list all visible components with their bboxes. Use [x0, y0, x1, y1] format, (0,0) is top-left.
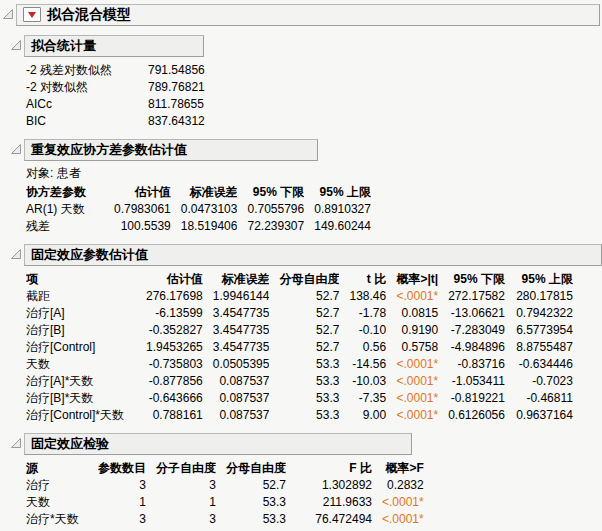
report-title: 拟合混合模型: [47, 7, 131, 22]
column-header: 分子自由度: [146, 460, 216, 477]
cell-value: 272.17582: [438, 288, 505, 305]
cell-value: -0.735803: [136, 356, 203, 373]
cell-value: -6.13599: [136, 305, 203, 322]
fit-statistics-table: -2 残差对数似然791.54856-2 对数似然789.76821AICc81…: [26, 62, 224, 130]
table-row: 天数-0.7358030.050539553.3-14.56<.0001*-0.…: [26, 356, 573, 373]
cell-value: 837.64312: [134, 113, 224, 130]
fit-statistics-body: -2 残差对数似然791.54856-2 对数似然789.76821AICc81…: [26, 62, 602, 130]
cell-value: 53.3: [269, 356, 339, 373]
cell-value: <.0001*: [386, 356, 438, 373]
disclosure-triangle-icon[interactable]: [10, 143, 22, 155]
red-triangle-menu-button[interactable]: [23, 7, 41, 22]
column-header: 95% 下限: [438, 271, 505, 288]
table-row: 治疗[B]*天数-0.6436660.08753753.3-7.35<.0001…: [26, 390, 573, 407]
disclosure-triangle-icon[interactable]: [10, 39, 22, 51]
cell-value: -7.283049: [438, 322, 505, 339]
section-header-row: 拟合统计量: [10, 35, 602, 57]
row-label: 治疗[Control]: [26, 339, 136, 356]
cell-value: 3: [146, 511, 216, 528]
cell-value: -13.06621: [438, 305, 505, 322]
section-header-row: 固定效应参数估计值: [10, 244, 602, 266]
cell-value: 0.788161: [136, 407, 203, 424]
cell-value: 0.5758: [386, 339, 438, 356]
cell-value: 52.7: [269, 322, 339, 339]
cell-value: 0.7055796: [237, 201, 304, 218]
cell-value: -0.83716: [438, 356, 505, 373]
section-title-repeated-covariance[interactable]: 重复效应协方差参数估计值: [24, 139, 318, 161]
row-label: 治疗[Control]*天数: [26, 407, 136, 424]
table-row: AR(1) 天数0.79830610.04731030.70557960.891…: [26, 201, 371, 218]
cell-value: 52.7: [269, 305, 339, 322]
table-row: 治疗[B]-0.3528273.454773552.7-0.100.9190-7…: [26, 322, 573, 339]
table-row: 治疗[Control]1.94532653.454773552.70.560.5…: [26, 339, 573, 356]
cell-value: 53.3: [269, 373, 339, 390]
row-label: 治疗: [26, 477, 88, 494]
section-header-row: 重复效应协方差参数估计值: [10, 139, 602, 161]
table-row: -2 对数似然789.76821: [26, 79, 224, 96]
row-label: 治疗*天数: [26, 511, 88, 528]
table-header-row: 源参数数目分子自由度分母自由度F 比概率>F: [26, 460, 424, 477]
section-title-label: 拟合统计量: [31, 38, 96, 53]
table-row: 治疗[A]-6.135993.454773552.7-1.780.0815-13…: [26, 305, 573, 322]
table-row: 天数1153.3211.9633<.0001*: [26, 494, 424, 511]
report-title-row: 拟合混合模型: [2, 4, 602, 26]
row-label: 截距: [26, 288, 136, 305]
section-title-fixed-tests[interactable]: 固定效应检验: [24, 433, 412, 455]
repeated-covariance-body: 对象: 患者 协方差参数估计值标准误差95% 下限95% 上限AR(1) 天数0…: [26, 166, 602, 235]
cell-value: 789.76821: [134, 79, 224, 96]
column-header: 源: [26, 460, 88, 477]
cell-value: -0.643666: [136, 390, 203, 407]
cell-value: 53.3: [269, 407, 339, 424]
disclosure-triangle-icon[interactable]: [10, 437, 22, 449]
section-repeated-covariance: 重复效应协方差参数估计值 对象: 患者 协方差参数估计值标准误差95% 下限95…: [10, 139, 602, 235]
cell-value: -0.10: [339, 322, 386, 339]
cell-value: 53.3: [216, 494, 286, 511]
table-row: 残差100.553918.51940672.239307149.60244: [26, 218, 371, 235]
cell-value: 76.472494: [286, 511, 372, 528]
cell-value: 3: [146, 477, 216, 494]
disclosure-triangle-icon[interactable]: [10, 248, 22, 260]
column-header: 协方差参数: [26, 184, 104, 201]
row-label: -2 残差对数似然: [26, 62, 134, 79]
covariance-parameters-table: 协方差参数估计值标准误差95% 下限95% 上限AR(1) 天数0.798306…: [26, 184, 371, 235]
table-row: 截距276.176981.994614452.7138.46<.0001*272…: [26, 288, 573, 305]
cell-value: 0.7983061: [104, 201, 171, 218]
table-row: 治疗3352.71.3028920.2832: [26, 477, 424, 494]
column-header: 估计值: [104, 184, 171, 201]
cell-value: -0.7023: [505, 373, 573, 390]
cell-value: 3: [88, 477, 146, 494]
disclosure-triangle-icon[interactable]: [2, 8, 14, 20]
cell-value: 791.54856: [134, 62, 224, 79]
section-title-label: 固定效应检验: [31, 436, 109, 451]
table-row: BIC837.64312: [26, 113, 224, 130]
cell-value: -7.35: [339, 390, 386, 407]
row-label: 治疗[A]*天数: [26, 373, 136, 390]
cell-value: 0.6126056: [438, 407, 505, 424]
section-title-fixed-parameters[interactable]: 固定效应参数估计值: [24, 244, 602, 266]
column-header: 概率>|t|: [386, 271, 438, 288]
report-title-bar[interactable]: 拟合混合模型: [16, 4, 600, 26]
cell-value: 100.5539: [104, 218, 171, 235]
column-header: 95% 上限: [304, 184, 371, 201]
cell-value: 3.4547735: [203, 305, 270, 322]
cell-value: <.0001*: [386, 288, 438, 305]
cell-value: -0.877856: [136, 373, 203, 390]
cell-value: <.0001*: [372, 494, 424, 511]
column-header: 95% 下限: [237, 184, 304, 201]
cell-value: 0.56: [339, 339, 386, 356]
cell-value: <.0001*: [386, 373, 438, 390]
column-header: 估计值: [136, 271, 203, 288]
cell-value: 276.17698: [136, 288, 203, 305]
cell-value: 0.0505395: [203, 356, 270, 373]
cell-value: 0.087537: [203, 373, 270, 390]
cell-value: 53.3: [216, 511, 286, 528]
cell-value: 1: [88, 494, 146, 511]
cell-value: 52.7: [216, 477, 286, 494]
row-label: BIC: [26, 113, 134, 130]
cell-value: <.0001*: [386, 390, 438, 407]
cell-value: 0.0473103: [171, 201, 238, 218]
fixed-tests-body: 源参数数目分子自由度分母自由度F 比概率>F治疗3352.71.3028920.…: [26, 460, 602, 528]
section-title-fit-statistics[interactable]: 拟合统计量: [24, 35, 204, 57]
table-row: 治疗[A]*天数-0.8778560.08753753.3-10.03<.000…: [26, 373, 573, 390]
row-label: 天数: [26, 356, 136, 373]
